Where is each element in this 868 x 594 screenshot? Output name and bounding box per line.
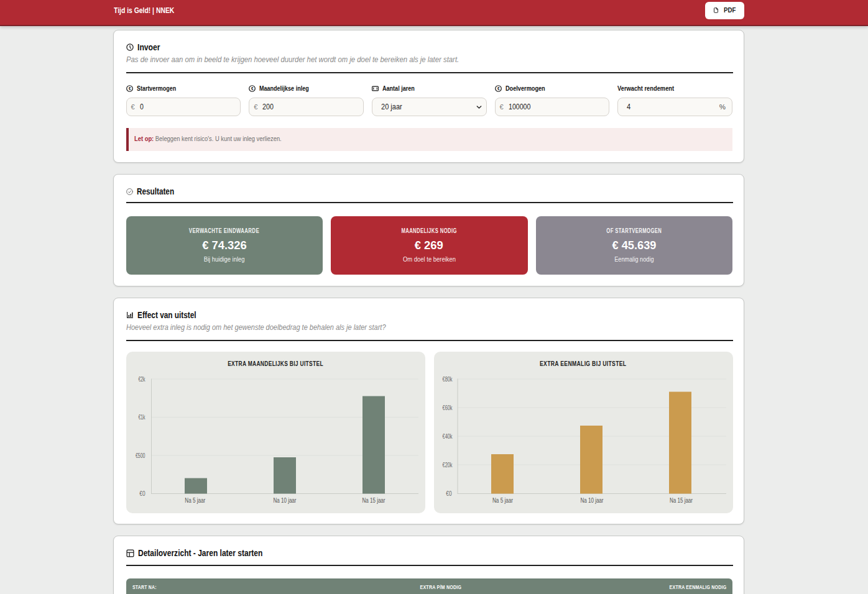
svg-text:€: € (128, 86, 131, 90)
svg-text:Na 10 jaar: Na 10 jaar (580, 497, 604, 504)
svg-text:€20k: €20k (442, 462, 453, 468)
svg-text:€2k: €2k (138, 376, 145, 383)
svg-text:€1k: €1k (138, 414, 145, 421)
svg-text:Na 15 jaar: Na 15 jaar (670, 497, 693, 504)
svg-text:€500: €500 (136, 452, 145, 459)
svg-text:Na 5 jaar: Na 5 jaar (185, 497, 206, 504)
svg-text:€40k: €40k (442, 433, 453, 440)
svg-text:Na 15 jaar: Na 15 jaar (362, 497, 386, 504)
svg-text:€0: €0 (446, 490, 452, 497)
svg-text:€: € (497, 86, 500, 90)
svg-text:€80k: €80k (442, 376, 453, 383)
svg-text:€0: €0 (139, 490, 145, 497)
svg-text:Na 5 jaar: Na 5 jaar (492, 497, 514, 504)
svg-text:€: € (251, 86, 254, 90)
svg-text:€60k: €60k (442, 404, 453, 411)
svg-text:Na 10 jaar: Na 10 jaar (273, 497, 297, 504)
